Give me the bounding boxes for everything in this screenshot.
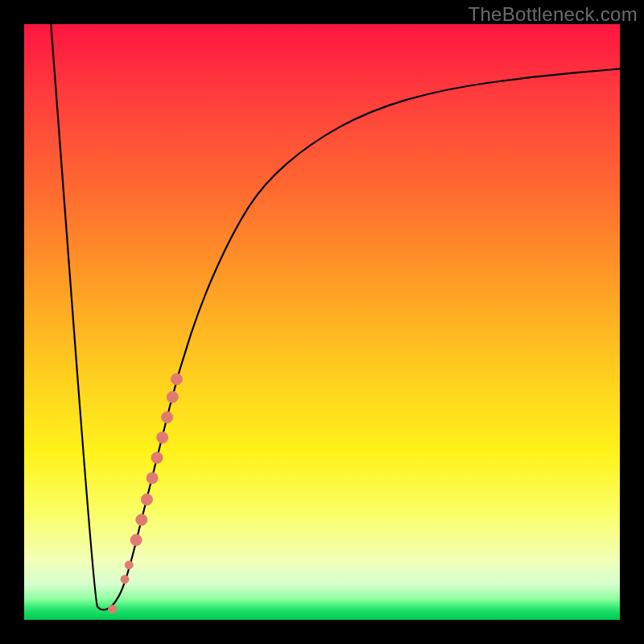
marker-dot [109,605,117,613]
marker-dot [171,374,182,385]
marker-dot [151,452,163,464]
marker-dot [147,473,158,484]
highlighted-markers [109,374,183,613]
marker-dot [141,494,152,506]
marker-dot [162,411,173,423]
marker-dot [130,535,142,546]
marker-dot [121,576,129,584]
marker-dot [167,391,178,402]
curve-layer [24,24,620,620]
chart-frame: TheBottleneck.com [0,0,644,644]
marker-dot [125,561,133,569]
plot-area [24,24,620,620]
watermark-text: TheBottleneck.com [468,3,638,26]
marker-dot [157,432,168,444]
marker-dot [136,514,147,526]
